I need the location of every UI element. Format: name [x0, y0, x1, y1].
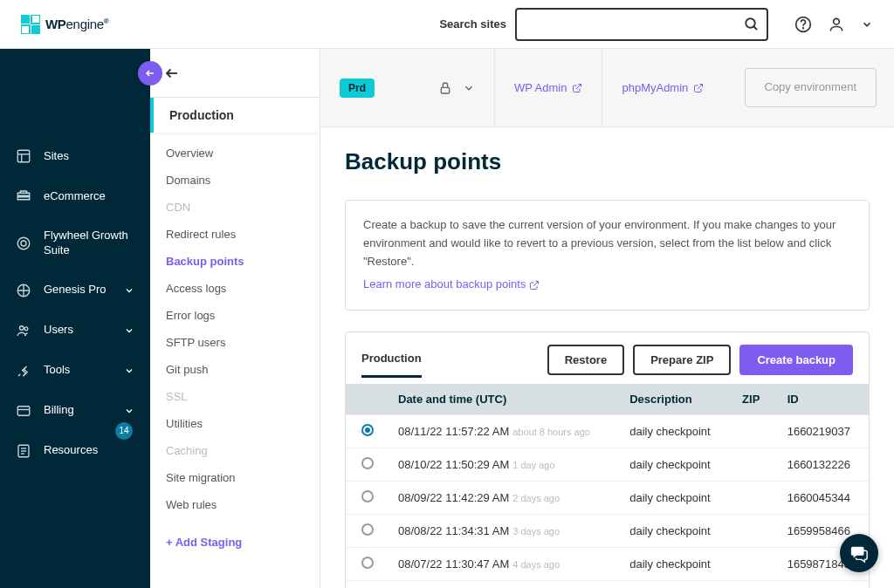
cell-zip [730, 581, 775, 588]
table-row[interactable]: 08/06/22 11:37:02 AM5 days ago daily che… [346, 581, 869, 588]
sidebar-item-label: eCommerce [44, 189, 134, 204]
chevron-down-icon [124, 285, 134, 296]
logo[interactable]: WPengine® [21, 15, 108, 34]
sidebar-item-users[interactable]: Users [0, 311, 150, 351]
relative-time: 1 day ago [512, 460, 554, 470]
sidebar-item-tools[interactable]: Tools [0, 351, 150, 391]
nav-icon [16, 148, 31, 164]
collapse-sidebar-button[interactable] [138, 61, 162, 85]
external-link-icon [572, 83, 582, 93]
radio[interactable] [361, 557, 374, 569]
env-nav-utilities[interactable]: Utilities [150, 410, 320, 437]
radio[interactable] [361, 523, 374, 536]
svg-point-7 [803, 27, 804, 28]
table-row[interactable]: 08/09/22 11:42:29 AM2 days ago daily che… [346, 482, 869, 515]
cell-datetime: 08/09/22 11:42:29 AM2 days ago [386, 482, 617, 515]
search-label: Search sites [439, 17, 506, 31]
search-box[interactable] [515, 8, 768, 41]
sidebar-item-label: Resources [44, 443, 134, 458]
logo-text: WPengine® [45, 17, 108, 31]
table-row[interactable]: 08/07/22 11:30:47 AM4 days ago daily che… [346, 548, 869, 581]
environment-tab[interactable]: Production [150, 98, 320, 133]
chevron-down-icon[interactable] [463, 82, 475, 94]
relative-time: 3 days ago [512, 526, 560, 537]
sidebar-item-flywheel-growth-suite[interactable]: Flywheel Growth Suite [0, 216, 150, 270]
cell-zip [730, 515, 775, 548]
col-description: Description [617, 384, 730, 415]
cell-zip [730, 415, 775, 448]
relative-time: 4 days ago [512, 559, 560, 570]
env-nav-git-push[interactable]: Git push [150, 356, 320, 383]
copy-environment-button[interactable]: Copy environment [745, 68, 877, 106]
col-datetime: Date and time (UTC) [386, 384, 617, 415]
cell-datetime: 08/08/22 11:34:31 AM3 days ago [386, 515, 617, 548]
cell-zip [730, 548, 775, 581]
sidebar-item-resources[interactable]: Resources14 [0, 431, 150, 471]
relative-time: about 8 hours ago [512, 427, 590, 437]
account-chevron-icon[interactable] [861, 18, 873, 31]
cell-zip [730, 482, 775, 515]
env-nav-domains[interactable]: Domains [150, 167, 320, 194]
env-nav-overview[interactable]: Overview [150, 140, 320, 167]
radio[interactable] [361, 424, 374, 436]
sidebar-item-label: Sites [44, 149, 134, 164]
svg-point-4 [746, 18, 755, 28]
back-button[interactable] [150, 49, 320, 98]
col-zip: ZIP [730, 384, 775, 415]
content-area: Prd WP Admin phpMyAdmin Copy environment… [320, 49, 894, 588]
env-nav-sftp-users[interactable]: SFTP users [150, 329, 320, 356]
user-icon[interactable] [828, 16, 845, 33]
radio[interactable] [361, 490, 374, 503]
cell-description: daily checkpoint [617, 581, 730, 588]
cell-id: 1660219037 [775, 415, 869, 448]
nav-icon [16, 188, 31, 204]
table-row[interactable]: 08/08/22 11:34:31 AM3 days ago daily che… [346, 515, 869, 548]
env-nav-backup-points[interactable]: Backup points [150, 248, 320, 275]
backups-table: Date and time (UTC) Description ZIP ID 0… [346, 384, 869, 588]
env-badge: Prd [340, 79, 375, 98]
search-input[interactable] [524, 17, 744, 31]
env-nav-web-rules[interactable]: Web rules [150, 491, 320, 518]
svg-point-16 [20, 326, 24, 331]
col-id: ID [775, 384, 869, 415]
wpadmin-link[interactable]: WP Admin [514, 81, 582, 94]
env-nav-cdn: CDN [150, 194, 320, 221]
table-row[interactable]: 08/11/22 11:57:22 AMabout 8 hours ago da… [346, 415, 869, 448]
nav-icon [16, 323, 31, 338]
create-backup-button[interactable]: Create backup [739, 345, 853, 375]
help-icon[interactable] [794, 16, 812, 33]
relative-time: 2 days ago [512, 493, 560, 503]
env-nav-access-logs[interactable]: Access logs [150, 275, 320, 302]
radio[interactable] [361, 457, 374, 469]
nav-icon [16, 236, 31, 251]
cell-description: daily checkpoint [617, 448, 730, 482]
tab-production[interactable]: Production [361, 352, 422, 378]
svg-rect-25 [441, 87, 449, 93]
nav-icon [16, 363, 31, 379]
prepare-zip-button[interactable]: Prepare ZIP [633, 345, 731, 375]
sidebar-item-sites[interactable]: Sites [0, 136, 150, 176]
env-nav-caching: Caching [150, 437, 320, 464]
cell-zip [730, 448, 775, 482]
learn-more-link[interactable]: Learn more about backup points [363, 276, 540, 294]
table-row[interactable]: 08/10/22 11:50:29 AM1 day ago daily chec… [346, 448, 869, 482]
env-nav-site-migration[interactable]: Site migration [150, 464, 320, 491]
env-nav-error-logs[interactable]: Error logs [150, 302, 320, 329]
lock-icon [438, 81, 452, 95]
svg-rect-18 [17, 407, 30, 416]
sidebar-item-ecommerce[interactable]: eCommerce [0, 176, 150, 216]
search-icon[interactable] [744, 17, 760, 32]
svg-rect-1 [31, 15, 40, 24]
nav-icon [16, 443, 31, 459]
page-title: Backup points [345, 148, 870, 175]
sidebar-item-genesis-pro[interactable]: Genesis Pro [0, 270, 150, 311]
chat-icon [849, 544, 869, 563]
svg-rect-3 [31, 25, 40, 34]
chat-fab[interactable] [840, 534, 878, 572]
restore-button[interactable]: Restore [547, 345, 624, 375]
sidebar-item-label: Flywheel Growth Suite [44, 229, 134, 258]
chevron-down-icon [124, 406, 134, 416]
env-nav-redirect-rules[interactable]: Redirect rules [150, 221, 320, 248]
phpmyadmin-link[interactable]: phpMyAdmin [622, 81, 704, 94]
add-staging-button[interactable]: + Add Staging [150, 525, 320, 559]
